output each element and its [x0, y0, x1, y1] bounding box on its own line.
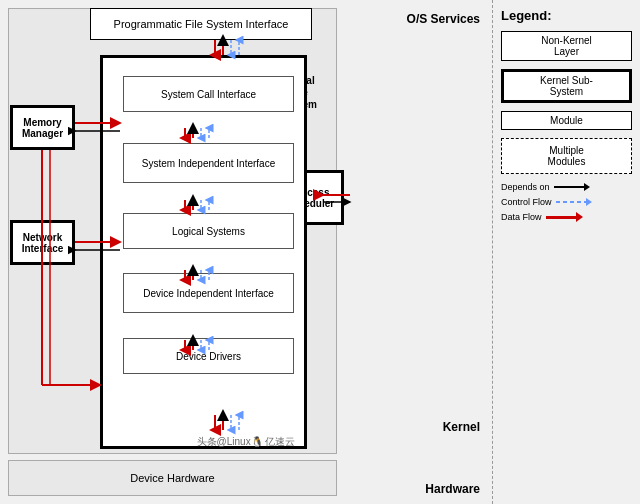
legend-box-multiple-modules: MultipleModules	[501, 138, 632, 174]
network-interface-label: Network Interface	[13, 232, 72, 254]
prog-fs-label: Programmatic File System Interface	[114, 18, 289, 30]
legend-area: Legend: Non-KernelLayer Kernel Sub-Syste…	[492, 0, 640, 504]
legend-non-kernel-label: Non-KernelLayer	[541, 35, 592, 57]
legend-item-multiple-modules: MultipleModules	[501, 138, 632, 174]
legend-arrow-control: Control Flow	[501, 197, 632, 207]
watermark: 头条@Linux🐧 亿速云	[197, 435, 296, 449]
legend-item-kernel-sub: Kernel Sub-System	[501, 69, 632, 103]
memory-manager-label: Memory Manager	[13, 117, 72, 139]
depends-on-label: Depends on	[501, 182, 550, 192]
legend-kernel-sub-label: Kernel Sub-System	[540, 75, 593, 97]
legend-item-module: Module	[501, 111, 632, 130]
diagram-area: O/S Services Programmatic File System In…	[0, 0, 492, 504]
data-flow-label: Data Flow	[501, 212, 542, 222]
legend-module-label: Module	[550, 115, 583, 126]
hardware-box: Device Hardware	[8, 460, 337, 496]
network-interface-box: Network Interface	[10, 220, 75, 265]
dev-drivers-box: Device Drivers	[123, 338, 294, 374]
logical-sys-label: Logical Systems	[172, 226, 245, 237]
legend-multiple-modules-label: MultipleModules	[548, 145, 586, 167]
dev-indep-box: Device Independent Interface	[123, 273, 294, 313]
legend-arrow-data: Data Flow	[501, 212, 632, 222]
dev-drivers-label: Device Drivers	[176, 351, 241, 362]
sys-call-label: System Call Interface	[161, 89, 256, 100]
logical-sys-box: Logical Systems	[123, 213, 294, 249]
kernel-inner-box: System Call Interface System Independent…	[100, 55, 307, 449]
sys-indep-box: System Independent Interface	[123, 143, 294, 183]
hardware-label: Device Hardware	[130, 472, 214, 484]
kernel-label: Kernel	[443, 420, 480, 434]
control-flow-label: Control Flow	[501, 197, 552, 207]
legend-box-kernel-sub: Kernel Sub-System	[501, 69, 632, 103]
sys-call-box: System Call Interface	[123, 76, 294, 112]
hardware-section-label: Hardware	[425, 482, 480, 496]
legend-title: Legend:	[501, 8, 632, 23]
main-container: O/S Services Programmatic File System In…	[0, 0, 640, 504]
memory-manager-box: Memory Manager	[10, 105, 75, 150]
prog-fs-box: Programmatic File System Interface	[90, 8, 312, 40]
sys-indep-label: System Independent Interface	[142, 158, 275, 169]
legend-item-non-kernel: Non-KernelLayer	[501, 31, 632, 61]
legend-arrow-depends: Depends on	[501, 182, 632, 192]
legend-box-module: Module	[501, 111, 632, 130]
os-services-label: O/S Services	[407, 12, 480, 26]
legend-box-non-kernel: Non-KernelLayer	[501, 31, 632, 61]
dev-indep-label: Device Independent Interface	[143, 288, 274, 299]
